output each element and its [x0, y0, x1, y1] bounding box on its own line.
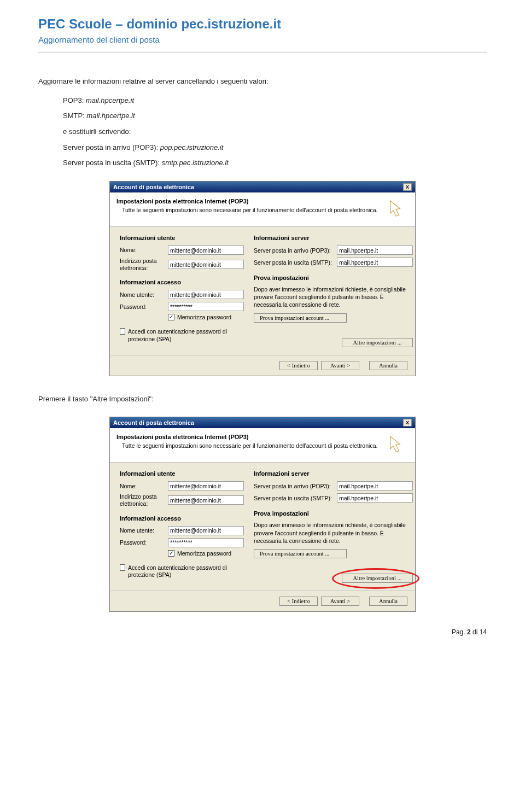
label-smtp-server-2: Server posta in uscita (SMTP):	[254, 495, 335, 501]
smtp-label: SMTP:	[63, 112, 86, 120]
pop3-label: POP3:	[63, 96, 86, 104]
test-account-button-2[interactable]: Prova impostazioni account ...	[254, 549, 347, 558]
input-password[interactable]	[168, 302, 244, 311]
dialog-footer: < Indietro Avanti > Annulla	[110, 355, 415, 376]
label-username-2: Nome utente:	[120, 527, 165, 534]
input-username-2[interactable]	[168, 526, 244, 535]
label-spa: Accedi con autenticazione password di pr…	[128, 328, 244, 343]
press-button-paragraph: Premere il tasto "Altre Impostazioni":	[38, 393, 487, 406]
doc-subtitle: Aggiornamento del client di posta	[38, 35, 487, 44]
pop3-new-label: Server posta in arrivo (POP3):	[63, 143, 160, 151]
dialog-header-title: Impostazioni posta elettronica Internet …	[116, 198, 380, 205]
cancel-button-2[interactable]: Annulla	[369, 597, 407, 606]
dialog-header: Impostazioni posta elettronica Internet …	[110, 192, 415, 227]
section-test-settings: Prova impostazioni	[254, 274, 413, 281]
section-access-info: Informazioni accesso	[120, 279, 244, 285]
label-pop-server-2: Server posta in arrivo (POP3):	[254, 483, 335, 489]
cursor-hand-icon	[386, 198, 409, 221]
label-username: Nome utente:	[120, 291, 165, 299]
label-email-2: Indirizzo posta elettronica:	[120, 493, 165, 507]
input-smtp-server-2[interactable]	[337, 493, 413, 503]
input-email[interactable]	[168, 260, 244, 269]
pop3-new-value: pop.pec.istruzione.it	[160, 143, 224, 151]
smtp-new: Server posta in uscita (SMTP): smtp.pec.…	[38, 156, 487, 170]
checkbox-spa-2[interactable]	[120, 564, 125, 571]
pop3-old: POP3: mail.hpcertpe.it	[38, 94, 487, 108]
label-nome: Nome:	[120, 247, 165, 254]
close-button[interactable]: X	[403, 183, 412, 191]
page-number: Pag. 2 di 14	[38, 628, 487, 636]
page-number-current: 2	[467, 628, 471, 636]
section-server-info-2: Informazioni server	[254, 470, 413, 477]
cursor-hand-icon-2	[386, 434, 409, 457]
more-settings-button[interactable]: Altre impostazioni ...	[342, 338, 413, 347]
checkbox-spa[interactable]	[120, 328, 125, 335]
dialog-titlebar-2: Account di posta elettronica X	[110, 417, 415, 428]
input-username[interactable]	[168, 290, 244, 299]
pop3-new: Server posta in arrivo (POP3): pop.pec.i…	[38, 141, 487, 155]
smtp-old: SMTP: mail.hpcertpe.it	[38, 109, 487, 123]
dialog-footer-2: < Indietro Avanti > Annulla	[110, 591, 415, 611]
input-smtp-server[interactable]	[337, 258, 413, 267]
checkbox-remember-password-2[interactable]	[168, 550, 174, 557]
back-button[interactable]: < Indietro	[279, 361, 318, 370]
label-password-2: Password:	[120, 539, 165, 546]
dialog-header-2: Impostazioni posta elettronica Internet …	[110, 428, 415, 463]
section-user-info-2: Informazioni utente	[120, 470, 244, 477]
input-password-2[interactable]	[168, 538, 244, 547]
doc-title: PEC Scuole – dominio pec.istruzione.it	[38, 16, 487, 32]
label-pop-server: Server posta in arrivo (POP3):	[254, 247, 335, 254]
label-remember-password: Memorizza password	[177, 314, 231, 320]
cancel-button[interactable]: Annulla	[369, 361, 407, 370]
pop3-value: mail.hpcertpe.it	[86, 96, 134, 104]
section-access-info-2: Informazioni accesso	[120, 515, 244, 522]
input-nome[interactable]	[168, 246, 244, 255]
label-remember-password-2: Memorizza password	[177, 550, 231, 557]
dialog-header-title-2: Impostazioni posta elettronica Internet …	[116, 434, 380, 440]
test-settings-desc-2: Dopo aver immesso le informazioni richie…	[254, 521, 413, 545]
intro-paragraph: Aggiornare le informazioni relative al s…	[38, 75, 487, 89]
page-number-post: di 14	[471, 628, 487, 636]
input-pop-server[interactable]	[337, 246, 413, 255]
test-account-button[interactable]: Prova impostazioni account ...	[254, 313, 347, 323]
header-divider	[38, 52, 487, 53]
smtp-new-value: smtp.pec.istruzione.it	[162, 159, 229, 167]
replace-text: e sostituirli scrivendo:	[38, 125, 487, 139]
section-server-info: Informazioni server	[254, 235, 413, 241]
more-settings-button-2[interactable]: Altre impostazioni ...	[342, 574, 413, 583]
dialog-header-desc-2: Tutte le seguenti impostazioni sono nece…	[116, 442, 380, 450]
dialog-account-2: Account di posta elettronica X Impostazi…	[109, 417, 416, 612]
test-settings-desc: Dopo aver immesso le informazioni richie…	[254, 285, 413, 309]
input-email-2[interactable]	[168, 495, 244, 505]
next-button[interactable]: Avanti >	[321, 361, 359, 370]
input-nome-2[interactable]	[168, 481, 244, 490]
close-button-2[interactable]: X	[403, 419, 412, 427]
section-user-info: Informazioni utente	[120, 235, 244, 241]
checkbox-remember-password[interactable]	[168, 314, 174, 320]
dialog-titlebar: Account di posta elettronica X	[110, 182, 415, 192]
dialog-title-text-2: Account di posta elettronica	[113, 419, 194, 426]
back-button-2[interactable]: < Indietro	[279, 597, 318, 606]
next-button-2[interactable]: Avanti >	[321, 597, 359, 606]
input-pop-server-2[interactable]	[337, 481, 413, 490]
smtp-new-label: Server posta in uscita (SMTP):	[63, 159, 162, 167]
dialog-header-desc: Tutte le seguenti impostazioni sono nece…	[116, 207, 380, 214]
label-password: Password:	[120, 303, 165, 311]
section-test-settings-2: Prova impostazioni	[254, 510, 413, 517]
dialog-account-1: Account di posta elettronica X Impostazi…	[109, 181, 416, 376]
label-spa-2: Accedi con autenticazione password di pr…	[128, 564, 244, 579]
label-smtp-server: Server posta in uscita (SMTP):	[254, 259, 335, 266]
smtp-value: mail.hpcertpe.it	[86, 112, 135, 120]
label-email: Indirizzo posta elettronica:	[120, 258, 165, 271]
dialog-title-text: Account di posta elettronica	[113, 184, 194, 190]
label-nome-2: Nome:	[120, 483, 165, 490]
page-number-pre: Pag.	[452, 628, 467, 636]
